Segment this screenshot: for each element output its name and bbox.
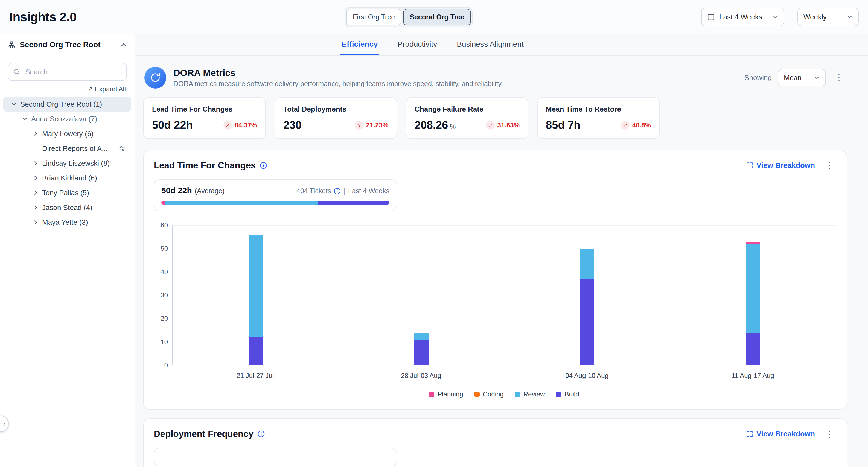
y-tick-label: 20 xyxy=(160,315,168,322)
metric-title: Lead Time For Changes xyxy=(152,105,257,114)
y-tick-label: 50 xyxy=(160,245,168,252)
chevron-right-icon[interactable] xyxy=(33,160,42,166)
tab-bar: EfficiencyProductivityBusiness Alignment xyxy=(135,34,868,56)
separator: | xyxy=(343,187,345,195)
info-icon[interactable] xyxy=(259,162,267,169)
metric-delta-value: 84.37% xyxy=(235,121,257,129)
metric-delta-value: 21.23% xyxy=(366,121,388,129)
date-range-select[interactable]: Last 4 Weeks xyxy=(701,8,784,26)
chevron-down-icon xyxy=(814,75,820,81)
lead-time-title: Lead Time For Changes xyxy=(154,160,256,170)
expand-icon xyxy=(746,430,753,437)
metric-delta-value: 40.8% xyxy=(632,121,651,129)
stacked-bar[interactable] xyxy=(249,235,263,365)
tab-productivity[interactable]: Productivity xyxy=(397,34,438,55)
chevron-down-icon[interactable] xyxy=(22,116,31,122)
bar-segment-build xyxy=(746,333,760,365)
tree-item-label: Lindsay Liszewski (8) xyxy=(42,159,110,167)
legend-item-coding[interactable]: Coding xyxy=(474,391,504,398)
tab-business-alignment[interactable]: Business Alignment xyxy=(456,34,525,55)
tree-item[interactable]: Jason Stead (4) xyxy=(3,200,131,215)
dist-segment-review xyxy=(165,201,318,205)
org-toggle-first-org-tree[interactable]: First Org Tree xyxy=(346,9,401,25)
dora-metrics-section: DORA Metrics DORA metrics measure softwa… xyxy=(143,67,847,139)
y-axis-labels: 6050403020100 xyxy=(154,225,168,365)
chart-column xyxy=(173,226,339,365)
chart-plot-area xyxy=(172,225,836,365)
legend-item-build[interactable]: Build xyxy=(556,391,579,398)
kebab-menu-icon[interactable]: ⋮ xyxy=(823,159,837,172)
chart-column xyxy=(670,226,836,365)
metric-value: 85d 7h xyxy=(546,119,581,131)
tree-item[interactable]: Mary Lowery (6) xyxy=(3,126,131,141)
bar-segment-review xyxy=(580,249,594,279)
stacked-bar[interactable] xyxy=(414,333,429,365)
tree-item[interactable]: Maya Yette (3) xyxy=(3,215,131,230)
y-tick-label: 60 xyxy=(160,221,168,229)
stacked-bar[interactable] xyxy=(580,249,594,365)
info-icon[interactable] xyxy=(334,188,341,195)
chevron-down-icon[interactable] xyxy=(11,101,20,107)
view-breakdown-button[interactable]: View Breakdown xyxy=(746,161,815,170)
expand-all-button[interactable]: ↗ Expand All xyxy=(9,85,126,93)
sliders-icon[interactable] xyxy=(119,145,126,152)
tree-item[interactable]: Lindsay Liszewski (8) xyxy=(3,156,131,170)
metric-value: 230 xyxy=(283,119,302,131)
tree-item[interactable]: Second Org Tree Root (1) xyxy=(3,97,131,112)
granularity-select[interactable]: Weekly xyxy=(798,8,859,26)
chevron-right-icon[interactable] xyxy=(33,219,42,225)
legend-item-planning[interactable]: Planning xyxy=(429,391,463,398)
tickets-count: 404 Tickets xyxy=(297,187,331,195)
org-toggle-second-org-tree[interactable]: Second Org Tree xyxy=(403,9,471,25)
chevron-right-icon[interactable] xyxy=(33,131,42,137)
bar-segment-build xyxy=(580,279,594,365)
search-input[interactable] xyxy=(8,63,127,81)
deployment-frequency-card: Deployment Frequency View Breakdown ⋮ xyxy=(143,418,847,467)
deployment-frequency-title: Deployment Frequency xyxy=(154,429,253,439)
tree-item[interactable]: Anna Scozzafava (7) xyxy=(3,112,131,126)
expand-icon xyxy=(746,162,753,169)
tree-item-label: Maya Yette (3) xyxy=(42,218,88,227)
view-breakdown-button[interactable]: View Breakdown xyxy=(746,430,815,438)
tree-item[interactable]: Tony Pallas (5) xyxy=(3,185,131,200)
info-icon[interactable] xyxy=(257,430,265,438)
metric-card-total-deployments: Total Deployments230↘21.23% xyxy=(275,97,397,139)
bar-segment-build xyxy=(249,337,263,365)
header-controls: Last 4 Weeks Weekly xyxy=(701,8,859,26)
metric-title: Total Deployments xyxy=(283,105,388,114)
y-tick-label: 40 xyxy=(160,268,168,276)
chart-legend: PlanningCodingReviewBuild xyxy=(172,391,836,398)
chevron-right-icon[interactable] xyxy=(33,190,42,196)
sidebar-chevron-up-icon[interactable] xyxy=(120,41,127,48)
summary-value: 50d 22h xyxy=(161,186,192,195)
trend-up-icon: ↗ xyxy=(486,121,495,130)
tree-item[interactable]: Brian Kirkland (6) xyxy=(3,170,131,185)
dora-title: DORA Metrics xyxy=(174,67,503,78)
aggregation-select[interactable]: Mean xyxy=(778,69,826,86)
y-tick-label: 30 xyxy=(160,291,168,299)
org-tree: Second Org Tree Root (1)Anna Scozzafava … xyxy=(0,97,134,230)
tab-efficiency[interactable]: Efficiency xyxy=(340,34,379,55)
stacked-bar[interactable] xyxy=(746,242,760,365)
top-header: Insights 2.0 First Org TreeSecond Org Tr… xyxy=(0,0,868,34)
lead-time-chart: 6050403020100 21 Jul-27 Jul28 Jul-03 Aug… xyxy=(154,225,836,398)
chevron-right-icon[interactable] xyxy=(33,175,42,181)
kebab-menu-icon[interactable]: ⋮ xyxy=(823,428,837,440)
metric-card-lead-time-for-changes: Lead Time For Changes50d 22h↗84.37% xyxy=(143,97,266,139)
metric-title: Mean Time To Restore xyxy=(546,105,651,114)
legend-chip xyxy=(474,392,480,397)
tree-item[interactable]: Direct Reports of A... xyxy=(3,141,131,156)
expand-all-icon: ↗ xyxy=(88,86,92,93)
showing-label: Showing xyxy=(744,73,772,82)
metric-value: 208.26 % xyxy=(414,119,456,131)
metric-cards-row: Lead Time For Changes50d 22h↗84.37%Total… xyxy=(143,97,847,139)
tree-item-label: Second Org Tree Root (1) xyxy=(20,100,102,108)
legend-item-review[interactable]: Review xyxy=(515,391,545,398)
legend-label: Coding xyxy=(483,391,504,398)
sidebar-header: Second Org Tree Root xyxy=(0,34,134,56)
y-tick-label: 0 xyxy=(164,362,168,369)
chevron-right-icon[interactable] xyxy=(33,205,42,211)
kebab-menu-icon[interactable]: ⋮ xyxy=(832,71,846,84)
expand-all-label: Expand All xyxy=(95,85,126,93)
search-icon xyxy=(13,68,20,75)
